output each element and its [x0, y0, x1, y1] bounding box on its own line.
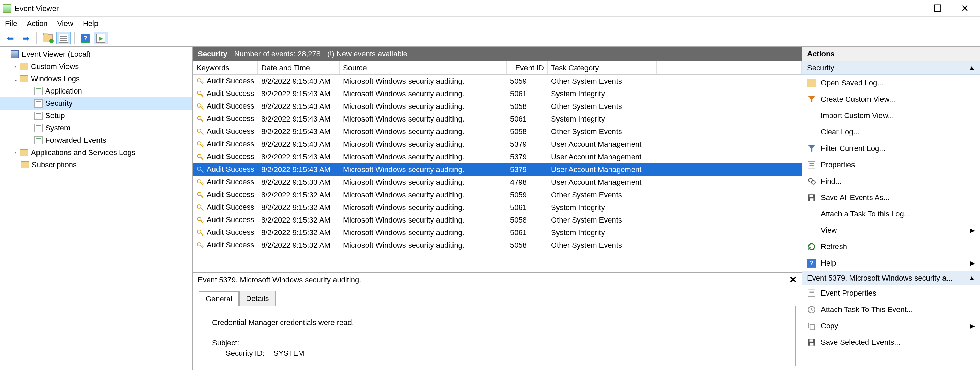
event-row[interactable]: Audit Success8/2/2022 9:15:32 AMMicrosof… [193, 226, 802, 239]
tree-label: System [45, 124, 70, 132]
key-icon [196, 103, 205, 111]
cell-task-category: System Integrity [547, 115, 657, 124]
action-save-all-events[interactable]: Save All Events As... [802, 190, 980, 206]
col-event-id[interactable]: Event ID [507, 61, 547, 74]
menu-action[interactable]: Action [27, 19, 48, 28]
tab-details[interactable]: Details [239, 291, 275, 306]
open-folder-button[interactable] [41, 32, 55, 45]
action-find[interactable]: Find... [802, 173, 980, 190]
menu-view[interactable]: View [57, 19, 73, 28]
cell-keywords: Audit Success [207, 102, 254, 110]
help-button[interactable]: ? [78, 32, 92, 45]
col-keywords[interactable]: Keywords [193, 61, 258, 74]
event-row[interactable]: Audit Success8/2/2022 9:15:32 AMMicrosof… [193, 214, 802, 226]
menu-file[interactable]: File [5, 19, 17, 28]
actions-section-security[interactable]: Security ▲ [802, 61, 980, 75]
menu-help[interactable]: Help [83, 19, 98, 28]
event-row[interactable]: Audit Success8/2/2022 9:15:43 AMMicrosof… [193, 100, 802, 113]
action-clear-log[interactable]: Clear Log... [802, 124, 980, 140]
refresh-icon [807, 242, 816, 251]
save-icon [807, 338, 816, 347]
submenu-arrow-icon: ▶ [970, 259, 975, 267]
log-header-count: Number of events: 28,278 [234, 49, 321, 58]
tree-subscriptions[interactable]: Subscriptions [0, 159, 192, 171]
tree-log-security[interactable]: Security [0, 97, 192, 110]
cell-source: Microsoft Windows security auditing. [340, 115, 507, 124]
collapse-icon[interactable]: ▲ [969, 64, 975, 71]
action-event-properties[interactable]: Event Properties [802, 285, 980, 301]
grid-body[interactable]: Audit Success8/2/2022 9:15:43 AMMicrosof… [193, 75, 802, 272]
action-view[interactable]: View▶ [802, 222, 980, 239]
cell-keywords: Audit Success [207, 152, 254, 161]
expander-icon[interactable]: › [11, 149, 20, 156]
tree-windows-logs[interactable]: ⌄ Windows Logs [0, 73, 192, 85]
actions-section-event[interactable]: Event 5379, Microsoft Windows security a… [802, 271, 980, 285]
expander-icon[interactable]: › [11, 63, 20, 70]
action-label: Create Custom View... [821, 95, 895, 104]
event-row[interactable]: Audit Success8/2/2022 9:15:43 AMMicrosof… [193, 113, 802, 125]
tree-custom-views[interactable]: › Custom Views [0, 61, 192, 73]
nav-forward-button[interactable] [19, 32, 33, 45]
event-row[interactable]: Audit Success8/2/2022 9:15:33 AMMicrosof… [193, 176, 802, 188]
event-row[interactable]: Audit Success8/2/2022 9:15:32 AMMicrosof… [193, 239, 802, 252]
cell-event-id: 5379 [507, 165, 547, 174]
tab-general[interactable]: General [199, 292, 239, 306]
detail-sid-value: SYSTEM [274, 349, 304, 357]
action-label: Find... [821, 177, 842, 186]
action-create-custom-view[interactable]: Create Custom View... [802, 91, 980, 107]
event-viewer-icon [11, 50, 19, 58]
event-row[interactable]: Audit Success8/2/2022 9:15:43 AMMicrosof… [193, 150, 802, 163]
action-refresh[interactable]: Refresh [802, 239, 980, 255]
properties-button[interactable] [56, 32, 71, 45]
event-row[interactable]: Audit Success8/2/2022 9:15:32 AMMicrosof… [193, 188, 802, 201]
tree-label: Custom Views [31, 62, 79, 71]
action-filter-log[interactable]: Filter Current Log... [802, 140, 980, 157]
action-label: Attach Task To This Event... [821, 305, 913, 314]
cell-datetime: 8/2/2022 9:15:43 AM [258, 165, 340, 174]
key-icon [196, 191, 205, 199]
action-import-custom-view[interactable]: Import Custom View... [802, 107, 980, 124]
tree-log-forwarded[interactable]: Forwarded Events [0, 134, 192, 147]
event-row[interactable]: Audit Success8/2/2022 9:15:43 AMMicrosof… [193, 163, 802, 176]
cell-task-category: User Account Management [547, 140, 657, 149]
cell-datetime: 8/2/2022 9:15:32 AM [258, 241, 340, 250]
action-open-saved-log[interactable]: Open Saved Log... [802, 75, 980, 91]
action-copy[interactable]: Copy▶ [802, 318, 980, 334]
col-task-category[interactable]: Task Category [547, 61, 657, 74]
cell-keywords: Audit Success [207, 165, 254, 174]
minimize-button[interactable]: — [903, 3, 917, 14]
event-row[interactable]: Audit Success8/2/2022 9:15:32 AMMicrosof… [193, 201, 802, 214]
col-datetime[interactable]: Date and Time [258, 61, 340, 74]
col-source[interactable]: Source [340, 61, 507, 74]
event-row[interactable]: Audit Success8/2/2022 9:15:43 AMMicrosof… [193, 138, 802, 150]
log-icon [35, 136, 43, 144]
nav-back-button[interactable] [3, 32, 18, 45]
tree-log-system[interactable]: System [0, 122, 192, 134]
event-row[interactable]: Audit Success8/2/2022 9:15:43 AMMicrosof… [193, 88, 802, 100]
run-task-button[interactable]: ▸ [94, 32, 108, 45]
tree-apps-services[interactable]: › Applications and Services Logs [0, 147, 192, 159]
detail-close-button[interactable]: ✕ [789, 274, 797, 285]
action-save-selected[interactable]: Save Selected Events... [802, 334, 980, 351]
event-row[interactable]: Audit Success8/2/2022 9:15:43 AMMicrosof… [193, 75, 802, 88]
detail-title: Event 5379, Microsoft Windows security a… [198, 276, 361, 284]
collapse-icon[interactable]: ▲ [969, 274, 975, 282]
action-properties[interactable]: Properties [802, 157, 980, 173]
action-help[interactable]: ?Help▶ [802, 255, 980, 271]
action-attach-event-task[interactable]: Attach Task To This Event... [802, 301, 980, 318]
event-row[interactable]: Audit Success8/2/2022 9:15:43 AMMicrosof… [193, 125, 802, 138]
maximize-button[interactable]: ☐ [931, 3, 944, 14]
col-extra[interactable] [657, 61, 802, 74]
expander-icon[interactable]: ⌄ [11, 75, 20, 83]
tree-root[interactable]: Event Viewer (Local) [0, 48, 192, 61]
detail-content: Credential Manager credentials were read… [205, 312, 789, 364]
tree-log-setup[interactable]: Setup [0, 110, 192, 122]
cell-keywords: Audit Success [207, 127, 254, 136]
action-label: Copy [821, 322, 838, 330]
actions-pane: Actions Security ▲ Open Saved Log... Cre… [802, 47, 980, 370]
action-attach-task[interactable]: Attach a Task To this Log... [802, 206, 980, 222]
close-button[interactable]: ✕ [958, 3, 972, 14]
tree-log-application[interactable]: Application [0, 85, 192, 97]
cell-keywords: Audit Success [207, 203, 254, 211]
cell-keywords: Audit Success [207, 228, 254, 236]
